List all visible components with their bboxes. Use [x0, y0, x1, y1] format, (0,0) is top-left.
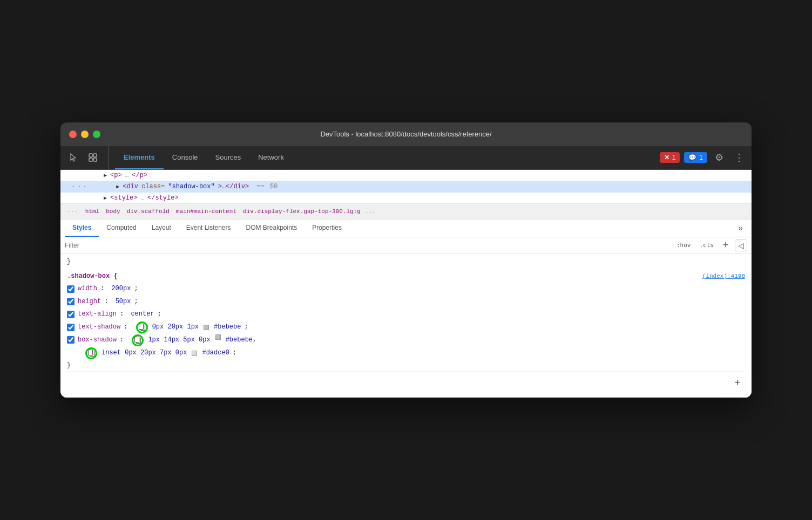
tab-network[interactable]: Network [249, 146, 293, 169]
filter-bar: :hov .cls + ◁ [60, 237, 752, 254]
window-title: DevTools - localhost:8080/docs/devtools/… [320, 130, 491, 138]
toolbar-icons [65, 146, 109, 169]
css-source-link[interactable]: (index):4198 [702, 271, 745, 282]
subtab-properties[interactable]: Properties [304, 220, 349, 237]
devtools-content: ▶ <p>…</p> ··· ▶ <div class="shadow-box"… [60, 170, 752, 398]
fullscreen-button[interactable] [93, 131, 100, 138]
copy-icon-box-shadow-2[interactable] [85, 347, 97, 359]
box-shadow-checkbox[interactable] [67, 336, 75, 344]
styles-panel: } .shadow-box { (index):4198 width : 200… [60, 254, 752, 398]
cursor-icon[interactable] [65, 149, 82, 166]
close-button[interactable] [69, 131, 77, 138]
css-rule-text-align: text-align : center ; [67, 308, 745, 321]
svg-rect-1 [93, 154, 97, 157]
arrow-icon: ▶ [104, 172, 107, 179]
subtabs: Styles Computed Layout Event Listeners D… [60, 220, 752, 237]
dom-tree: ▶ <p>…</p> ··· ▶ <div class="shadow-box"… [60, 170, 752, 204]
dom-row-style[interactable]: ▶ <style>…</style> [60, 193, 752, 203]
copy-icon-box-shadow[interactable] [132, 334, 144, 346]
rule-header: .shadow-box { (index):4198 [67, 271, 745, 283]
color-swatch-bebebe-1[interactable] [204, 325, 209, 330]
more-icon[interactable]: ⋮ [731, 149, 747, 166]
breadcrumb-dots: ··· [67, 208, 78, 215]
css-rule-box-shadow-line2: inset 0px 20px 7px 0px #dadce0 ; [67, 347, 745, 360]
message-icon: 💬 [688, 154, 696, 161]
tab-elements[interactable]: Elements [115, 146, 164, 169]
closing-brace: } [67, 360, 745, 372]
subtab-styles[interactable]: Styles [65, 220, 99, 237]
css-selector: .shadow-box { [67, 271, 118, 283]
error-icon: ✕ [664, 154, 669, 161]
arrow-icon-div: ▶ [116, 183, 119, 190]
svg-rect-0 [89, 154, 92, 157]
breadcrumb-div-scaffold[interactable]: div.scaffold [125, 207, 172, 216]
dom-row-p[interactable]: ▶ <p>…</p> [60, 170, 752, 181]
css-rule-width: width : 200px ; [67, 283, 745, 296]
css-rule-height: height : 50px ; [67, 296, 745, 309]
titlebar: DevTools - localhost:8080/docs/devtools/… [60, 122, 752, 146]
hov-button[interactable]: :hov [674, 241, 694, 250]
tab-sources[interactable]: Sources [207, 146, 250, 169]
tabbar: Elements Console Sources Network ✕ 1 💬 1… [60, 146, 752, 170]
breadcrumb-html[interactable]: html [83, 207, 102, 216]
filter-right: :hov .cls + ◁ [674, 240, 747, 251]
devtools-window: DevTools - localhost:8080/docs/devtools/… [60, 122, 752, 398]
add-style-button[interactable]: + [720, 240, 732, 251]
arrow-icon-style: ▶ [104, 195, 107, 201]
styles-bottom: + [67, 371, 745, 395]
cls-button[interactable]: .cls [697, 241, 717, 250]
color-swatch-bebebe-2[interactable] [215, 334, 221, 340]
settings-icon[interactable]: ⚙ [712, 149, 727, 166]
add-rule-button[interactable]: + [734, 374, 741, 393]
css-rule-block: .shadow-box { (index):4198 width : 200px… [67, 271, 745, 371]
error-count: 1 [672, 154, 676, 161]
message-count: 1 [699, 154, 703, 161]
breadcrumb-body[interactable]: body [104, 207, 122, 216]
error-badge[interactable]: ✕ 1 [660, 152, 680, 163]
svg-rect-3 [93, 158, 97, 161]
message-badge[interactable]: 💬 1 [684, 152, 707, 163]
closing-brace-top: } [67, 256, 745, 268]
width-checkbox[interactable] [67, 285, 75, 293]
svg-rect-2 [89, 158, 92, 161]
css-rule-box-shadow: box-shadow : 1px 14px 5px 0px #bebebe, [67, 334, 745, 347]
height-checkbox[interactable] [67, 298, 75, 305]
subtab-computed[interactable]: Computed [99, 220, 144, 237]
breadcrumb: ··· html body div.scaffold main#main-con… [60, 204, 752, 220]
text-shadow-checkbox[interactable] [67, 324, 75, 331]
tab-console[interactable]: Console [164, 146, 207, 169]
dom-row-div-shadow[interactable]: ··· ▶ <div class="shadow-box" >…</div> =… [60, 181, 752, 193]
breadcrumb-div-flex[interactable]: div.display-flex.gap-top-300.lg:g [241, 207, 363, 216]
subtab-event-listeners[interactable]: Event Listeners [179, 220, 239, 237]
text-align-checkbox[interactable] [67, 311, 75, 318]
subtab-dom-breakpoints[interactable]: DOM Breakpoints [238, 220, 304, 237]
subtab-layout[interactable]: Layout [144, 220, 179, 237]
filter-input[interactable] [65, 242, 669, 249]
breadcrumb-main[interactable]: main#main-content [174, 207, 239, 216]
inspect-icon[interactable] [84, 149, 102, 166]
css-rule-text-shadow: text-shadow : 0px 20px 1px #bebebe ; [67, 321, 745, 334]
copy-icon-text-shadow[interactable] [136, 321, 148, 333]
subtabs-more-icon[interactable]: » [734, 221, 747, 235]
toggle-sidebar-button[interactable]: ◁ [735, 240, 747, 251]
traffic-lights [69, 131, 100, 138]
tabbar-right: ✕ 1 💬 1 ⚙ ⋮ [660, 149, 747, 166]
minimize-button[interactable] [81, 131, 89, 138]
color-swatch-dadce0[interactable] [192, 351, 197, 356]
